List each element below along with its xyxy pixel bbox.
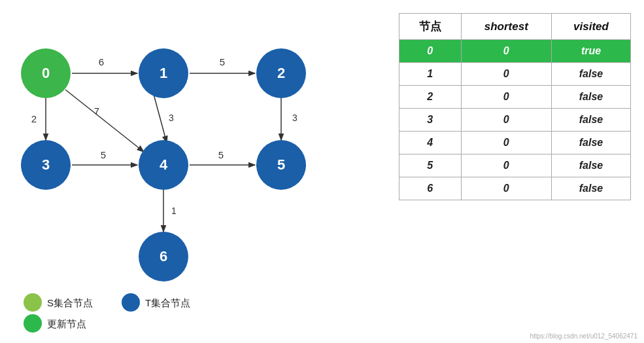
edge-0-4 — [65, 90, 144, 152]
cell-shortest-3: 0 — [461, 109, 552, 132]
table-row: 40false — [399, 132, 631, 154]
cell-node-4: 4 — [399, 132, 462, 154]
legend-t-label: T集合节点 — [145, 297, 190, 308]
cell-node-1: 1 — [399, 63, 462, 86]
edge-label-1-4: 3 — [169, 113, 174, 123]
edge-label-3-4: 5 — [101, 149, 106, 160]
legend-t-circle — [122, 293, 140, 312]
cell-shortest-0: 0 — [461, 40, 552, 63]
legend-update-circle — [24, 314, 42, 333]
edge-label-4-5: 5 — [218, 149, 224, 160]
data-table: 节点 shortest visited 00true10false20false… — [399, 13, 631, 200]
cell-shortest-1: 0 — [461, 63, 552, 86]
cell-visited-6: false — [552, 177, 631, 200]
table-row: 20false — [399, 86, 631, 109]
cell-node-5: 5 — [399, 154, 462, 177]
cell-shortest-2: 0 — [461, 86, 552, 109]
cell-visited-1: false — [552, 63, 631, 86]
graph-area: 6 5 2 7 3 3 5 5 1 0 1 2 — [0, 0, 392, 343]
cell-visited-4: false — [552, 132, 631, 154]
edge-1-4 — [154, 94, 167, 143]
cell-shortest-6: 0 — [461, 177, 552, 200]
edge-label-0-4: 7 — [94, 105, 99, 117]
edge-label-1-2: 5 — [220, 56, 225, 67]
node-2-label: 2 — [277, 65, 285, 81]
col-header-node: 节点 — [399, 14, 462, 40]
node-0-label: 0 — [42, 65, 50, 81]
watermark: https://blog.csdn.net/u012_54062471 — [530, 333, 637, 340]
cell-visited-5: false — [552, 154, 631, 177]
table-row: 60false — [399, 177, 631, 200]
col-header-shortest: shortest — [461, 14, 552, 40]
node-6-label: 6 — [160, 248, 167, 264]
edge-label-0-3: 2 — [31, 113, 37, 124]
cell-node-6: 6 — [399, 177, 462, 200]
cell-node-0: 0 — [399, 40, 462, 63]
cell-visited-2: false — [552, 86, 631, 109]
cell-shortest-4: 0 — [461, 132, 552, 154]
node-4-label: 4 — [160, 156, 168, 173]
table-row: 30false — [399, 109, 631, 132]
edge-label-2-5: 3 — [292, 113, 297, 123]
table-row: 10false — [399, 63, 631, 86]
graph-svg: 6 5 2 7 3 3 5 5 1 0 1 2 — [0, 0, 392, 343]
cell-shortest-5: 0 — [461, 154, 552, 177]
edge-label-0-1: 6 — [99, 56, 104, 67]
legend-s-label: S集合节点 — [47, 297, 93, 308]
table-area: 节点 shortest visited 00true10false20false… — [392, 0, 644, 343]
node-5-label: 5 — [277, 156, 285, 173]
node-3-label: 3 — [42, 156, 50, 173]
cell-visited-3: false — [552, 109, 631, 132]
col-header-visited: visited — [552, 14, 631, 40]
table-row: 50false — [399, 154, 631, 177]
node-1-label: 1 — [160, 65, 167, 81]
cell-visited-0: true — [552, 40, 631, 63]
cell-node-3: 3 — [399, 109, 462, 132]
legend-s-circle — [24, 293, 42, 312]
legend-update-label: 更新节点 — [47, 318, 86, 329]
edge-label-4-6: 1 — [171, 206, 177, 216]
table-row: 00true — [399, 40, 631, 63]
cell-node-2: 2 — [399, 86, 462, 109]
